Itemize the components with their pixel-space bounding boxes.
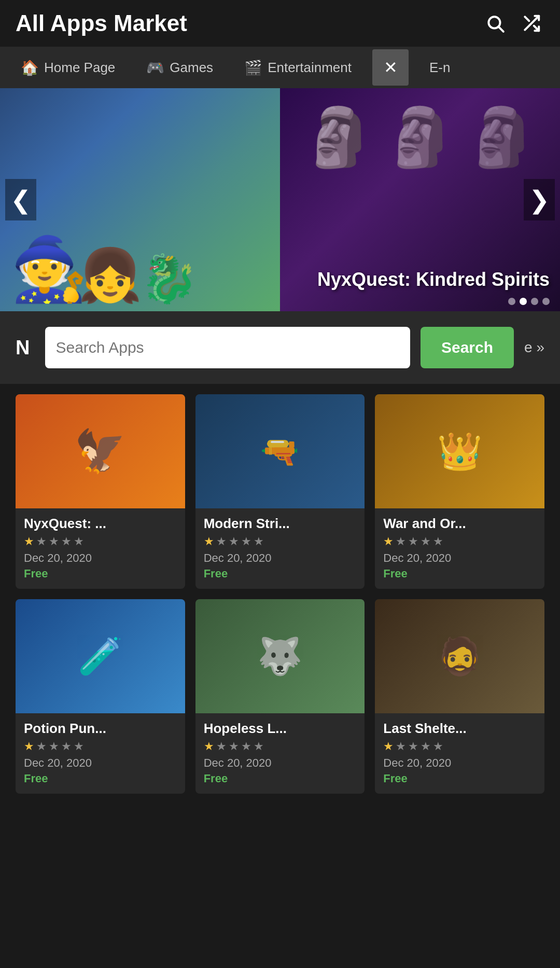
app-stars-hopeless: ★ ★ ★ ★ ★ — [204, 740, 357, 753]
app-info-modernstrike: Modern Stri... ★ ★ ★ ★ ★ Dec 20, 2020 Fr… — [195, 508, 365, 589]
star-3: ★ — [49, 740, 59, 753]
cartoon-char-3: 🐉 — [140, 252, 198, 306]
star-5: ★ — [74, 535, 84, 548]
carousel-pagination — [508, 298, 550, 305]
svg-line-1 — [499, 27, 503, 32]
app-card-lastshelter[interactable]: 🧔 Last Shelte... ★ ★ ★ ★ ★ Dec 20, 2020 … — [375, 599, 544, 794]
star-2: ★ — [396, 740, 406, 753]
search-icon — [485, 13, 505, 33]
star-4: ★ — [421, 740, 431, 753]
close-button[interactable]: ✕ — [372, 49, 409, 86]
cartoon-char-2: 👧 — [78, 245, 143, 306]
star-5: ★ — [254, 740, 264, 753]
shuffle-icon-button[interactable] — [519, 10, 544, 36]
carousel-prev-button[interactable]: ❮ — [5, 179, 36, 220]
nav-item-games[interactable]: 🎮 Games — [131, 47, 229, 88]
cartoon-characters: 🧙 👧 🐉 — [0, 88, 280, 311]
apps-section: 🦅 NyxQuest: ... ★ ★ ★ ★ ★ Dec 20, 2020 F… — [0, 384, 560, 804]
app-card-modernstrike[interactable]: 🔫 Modern Stri... ★ ★ ★ ★ ★ Dec 20, 2020 … — [195, 394, 365, 589]
modernstrike-thumb-icon: 🔫 — [260, 433, 299, 470]
star-2: ★ — [216, 535, 227, 548]
search-icon-button[interactable] — [482, 10, 508, 36]
app-info-potionpunch: Potion Pun... ★ ★ ★ ★ ★ Dec 20, 2020 Fre… — [16, 713, 185, 794]
nav-item-entertainment[interactable]: 🎬 Entertainment — [229, 47, 367, 88]
app-card-hopeless[interactable]: 🐺 Hopeless L... ★ ★ ★ ★ ★ Dec 20, 2020 F… — [195, 599, 365, 794]
app-info-hopeless: Hopeless L... ★ ★ ★ ★ ★ Dec 20, 2020 Fre… — [195, 713, 365, 794]
app-thumbnail-nyxquest: 🦅 — [16, 394, 185, 508]
app-date-modernstrike: Dec 20, 2020 — [204, 551, 357, 565]
app-info-nyxquest: NyxQuest: ... ★ ★ ★ ★ ★ Dec 20, 2020 Fre… — [16, 508, 185, 589]
cartoon-char-1: 🧙 — [10, 233, 88, 306]
app-stars-modernstrike: ★ ★ ★ ★ ★ — [204, 535, 357, 548]
header-actions — [482, 10, 544, 36]
app-card-nyxquest[interactable]: 🦅 NyxQuest: ... ★ ★ ★ ★ ★ Dec 20, 2020 F… — [16, 394, 185, 589]
shuffle-icon — [522, 13, 541, 33]
star-2: ★ — [36, 740, 47, 753]
app-thumbnail-hopeless: 🐺 — [195, 599, 365, 713]
star-5: ★ — [433, 740, 443, 753]
hopeless-thumb-icon: 🐺 — [257, 635, 302, 677]
carousel-dot-1[interactable] — [508, 298, 515, 305]
nav-item-en[interactable]: E-n — [414, 47, 466, 88]
app-stars-potionpunch: ★ ★ ★ ★ ★ — [24, 740, 177, 753]
nav-label-en: E-n — [429, 60, 450, 76]
carousel-slides: 🧙 👧 🐉 🗿 🗿 🗿 NyxQuest: Kindred Spirits — [0, 88, 560, 311]
app-name-nyxquest: NyxQuest: ... — [24, 516, 177, 532]
entertainment-icon: 🎬 — [244, 59, 262, 76]
games-icon: 🎮 — [146, 59, 164, 76]
app-date-lastshelter: Dec 20, 2020 — [383, 756, 536, 770]
carousel-dot-4[interactable] — [542, 298, 550, 305]
carousel-next-button[interactable]: ❯ — [524, 179, 555, 220]
app-price-nyxquest: Free — [24, 567, 177, 580]
star-5: ★ — [74, 740, 84, 753]
star-4: ★ — [61, 535, 72, 548]
creature-3: 🗿 — [466, 104, 537, 171]
app-price-warandorder: Free — [383, 567, 536, 580]
star-4: ★ — [61, 740, 72, 753]
app-date-nyxquest: Dec 20, 2020 — [24, 551, 177, 565]
nyxquest-thumb-icon: 🦅 — [74, 427, 126, 476]
star-3: ★ — [229, 740, 239, 753]
creature-1: 🗿 — [303, 104, 374, 171]
app-thumbnail-warandorder: 👑 — [375, 394, 544, 508]
app-header: All Apps Market — [0, 0, 560, 47]
carousel-dot-3[interactable] — [531, 298, 538, 305]
star-1: ★ — [24, 740, 34, 753]
app-stars-nyxquest: ★ ★ ★ ★ ★ — [24, 535, 177, 548]
section-initial-label: N — [16, 337, 30, 359]
more-link[interactable]: e » — [524, 339, 544, 356]
search-button[interactable]: Search — [421, 327, 514, 368]
app-card-potionpunch[interactable]: 🧪 Potion Pun... ★ ★ ★ ★ ★ Dec 20, 2020 F… — [16, 599, 185, 794]
star-4: ★ — [421, 535, 431, 548]
app-card-warandorder[interactable]: 👑 War and Or... ★ ★ ★ ★ ★ Dec 20, 2020 F… — [375, 394, 544, 589]
close-icon: ✕ — [384, 58, 398, 77]
home-icon: 🏠 — [21, 59, 39, 76]
carousel-featured-title: NyxQuest: Kindred Spirits — [317, 269, 550, 291]
search-input-wrapper[interactable] — [45, 327, 410, 368]
main-navbar: 🏠 Home Page 🎮 Games 🎬 Entertainment ✕ E-… — [0, 47, 560, 88]
search-input[interactable] — [55, 339, 400, 356]
app-price-lastshelter: Free — [383, 772, 536, 785]
app-name-warandorder: War and Or... — [383, 516, 536, 532]
chevron-right-icon: ❯ — [529, 185, 550, 214]
app-info-warandorder: War and Or... ★ ★ ★ ★ ★ Dec 20, 2020 Fre… — [375, 508, 544, 589]
nav-label-games: Games — [170, 60, 213, 76]
carousel-slide-right: 🗿 🗿 🗿 NyxQuest: Kindred Spirits — [280, 88, 560, 311]
nav-label-home: Home Page — [44, 60, 115, 76]
app-price-potionpunch: Free — [24, 772, 177, 785]
app-thumbnail-modernstrike: 🔫 — [195, 394, 365, 508]
star-1: ★ — [24, 535, 34, 548]
app-price-modernstrike: Free — [204, 567, 357, 580]
app-name-lastshelter: Last Shelte... — [383, 721, 536, 737]
star-5: ★ — [254, 535, 264, 548]
carousel-slide-left: 🧙 👧 🐉 — [0, 88, 280, 311]
app-price-hopeless: Free — [204, 772, 357, 785]
carousel-dot-2[interactable] — [520, 298, 527, 305]
warandorder-thumb-icon: 👑 — [437, 430, 482, 473]
app-name-modernstrike: Modern Stri... — [204, 516, 357, 532]
apps-grid: 🦅 NyxQuest: ... ★ ★ ★ ★ ★ Dec 20, 2020 F… — [16, 394, 544, 794]
star-2: ★ — [36, 535, 47, 548]
app-name-hopeless: Hopeless L... — [204, 721, 357, 737]
nav-item-home[interactable]: 🏠 Home Page — [5, 47, 131, 88]
star-1: ★ — [204, 740, 214, 753]
